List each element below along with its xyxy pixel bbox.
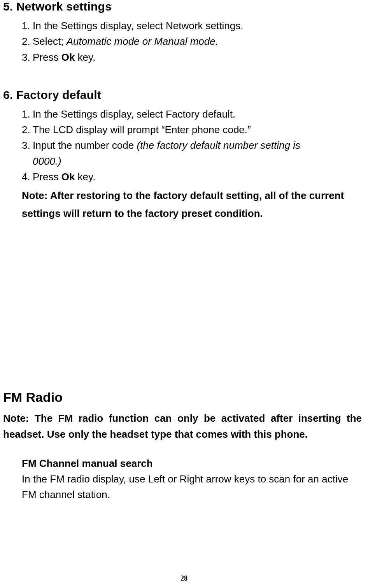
text-run: Press	[33, 171, 61, 183]
list-item: 1. In the Settings display, select Facto…	[22, 106, 362, 122]
text-run: Press	[33, 51, 61, 63]
fm-body-text: In the FM radio display, use Left or Rig…	[22, 471, 362, 503]
spacer	[3, 222, 362, 390]
list-continuation: 0000.)	[33, 153, 362, 169]
document-page: 5. Network settings 1. In the Settings d…	[0, 0, 368, 588]
fm-radio-note: Note: The FM radio function can only be …	[3, 410, 362, 442]
list-number: 3.	[22, 49, 33, 65]
text-run: key.	[75, 51, 95, 63]
section-5-heading: 5. Network settings	[3, 0, 362, 13]
list-number: 1.	[22, 18, 33, 33]
list-text: Select; Automatic mode or Manual mode.	[33, 33, 362, 49]
list-number: 4.	[22, 169, 33, 185]
list-item: 4. Press Ok key.	[22, 169, 362, 185]
section-5-list: 1. In the Settings display, select Netwo…	[22, 18, 362, 65]
italic-run: (the factory default number setting is	[137, 139, 300, 151]
list-number: 1.	[22, 106, 33, 122]
text-run: Select;	[33, 35, 67, 47]
bold-run: Ok	[61, 171, 75, 183]
section-6-list: 1. In the Settings display, select Facto…	[22, 106, 362, 153]
fm-radio-heading: FM Radio	[3, 390, 362, 405]
list-item: 3. Input the number code (the factory de…	[22, 137, 362, 153]
list-text: In the Settings display, select Factory …	[33, 106, 362, 122]
list-text: Press Ok key.	[33, 169, 362, 185]
list-text: In the Settings display, select Network …	[33, 18, 362, 33]
list-text: Press Ok key.	[33, 49, 362, 65]
list-number: 3.	[22, 137, 33, 153]
fm-subsection: FM Channel manual search In the FM radio…	[22, 458, 362, 503]
list-item: 3. Press Ok key.	[22, 49, 362, 65]
section-6-heading: 6. Factory default	[3, 88, 362, 102]
list-item: 2. The LCD display will prompt “Enter ph…	[22, 122, 362, 137]
list-text: The LCD display will prompt “Enter phone…	[33, 122, 362, 137]
list-item: 2. Select; Automatic mode or Manual mode…	[22, 33, 362, 49]
page-number: 28	[0, 574, 368, 583]
list-text: Input the number code (the factory defau…	[33, 137, 362, 153]
bold-run: Ok	[61, 51, 75, 63]
text-run: key.	[75, 171, 95, 183]
list-item: 1. In the Settings display, select Netwo…	[22, 18, 362, 33]
section-6-note: Note: After restoring to the factory def…	[22, 187, 362, 222]
text-run: Input the number code	[33, 139, 137, 151]
fm-subheading: FM Channel manual search	[22, 458, 362, 470]
list-number: 2.	[22, 122, 33, 137]
italic-run: Automatic mode or Manual mode.	[67, 35, 218, 47]
list-number: 2.	[22, 33, 33, 49]
section-6-list-cont: 4. Press Ok key.	[22, 169, 362, 185]
